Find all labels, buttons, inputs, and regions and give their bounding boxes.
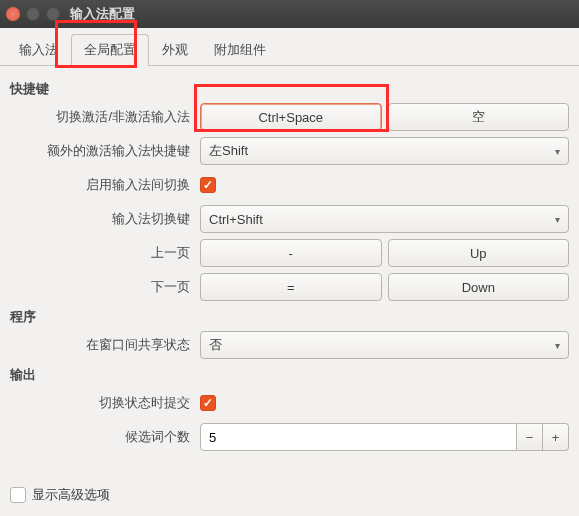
spin-minus-button[interactable]: −: [517, 423, 543, 451]
section-program: 程序: [10, 308, 569, 326]
label-extra-key: 额外的激活输入法快捷键: [10, 142, 200, 160]
label-switch-key: 输入法切换键: [10, 210, 200, 228]
candidate-num-input[interactable]: [200, 423, 517, 451]
label-commit-switch: 切换状态时提交: [10, 394, 200, 412]
switch-key-combo[interactable]: Ctrl+Shift: [200, 205, 569, 233]
section-hotkey: 快捷键: [10, 80, 569, 98]
label-trigger: 切换激活/非激活输入法: [10, 108, 200, 126]
titlebar: 输入法配置: [0, 0, 579, 28]
window-title: 输入法配置: [70, 5, 135, 23]
tabbar: 输入法 全局配置 外观 附加组件: [0, 28, 579, 66]
prev-key-button[interactable]: -: [200, 239, 382, 267]
section-output: 输出: [10, 366, 569, 384]
share-state-combo[interactable]: 否: [200, 331, 569, 359]
label-show-advanced: 显示高级选项: [32, 486, 110, 504]
tab-global-config[interactable]: 全局配置: [71, 34, 149, 66]
label-next-page: 下一页: [10, 278, 200, 296]
show-advanced-checkbox[interactable]: [10, 487, 26, 503]
enable-switch-checkbox[interactable]: [200, 177, 216, 193]
next-down-button[interactable]: Down: [388, 273, 570, 301]
trigger-key-button[interactable]: Ctrl+Space: [200, 103, 382, 131]
trigger-empty-button[interactable]: 空: [388, 103, 570, 131]
label-share-state: 在窗口间共享状态: [10, 336, 200, 354]
label-enable-switch: 启用输入法间切换: [10, 176, 200, 194]
close-icon[interactable]: [6, 7, 20, 21]
minimize-icon[interactable]: [26, 7, 40, 21]
label-prev-page: 上一页: [10, 244, 200, 262]
tab-addons[interactable]: 附加组件: [201, 34, 279, 65]
tab-appearance[interactable]: 外观: [149, 34, 201, 65]
extra-key-combo[interactable]: 左Shift: [200, 137, 569, 165]
bottom-bar: 显示高级选项: [10, 486, 110, 504]
prev-up-button[interactable]: Up: [388, 239, 570, 267]
next-key-button[interactable]: =: [200, 273, 382, 301]
candidate-num-spinbox: − +: [200, 423, 569, 451]
label-candidate-num: 候选词个数: [10, 428, 200, 446]
commit-switch-checkbox[interactable]: [200, 395, 216, 411]
tab-input-method[interactable]: 输入法: [6, 34, 71, 65]
spin-plus-button[interactable]: +: [543, 423, 569, 451]
maximize-icon[interactable]: [46, 7, 60, 21]
